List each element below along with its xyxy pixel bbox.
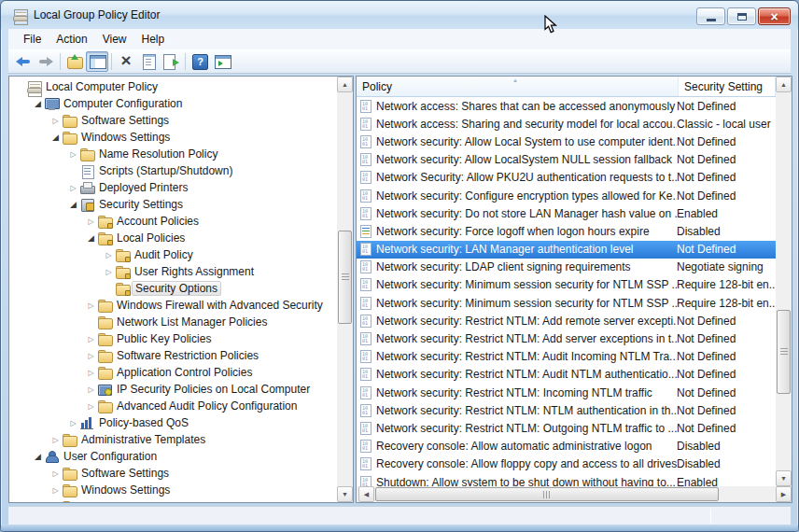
expanded-arrow-icon[interactable]: ◢ bbox=[31, 452, 45, 461]
scroll-down-button[interactable]: ▼ bbox=[337, 486, 353, 502]
close-button[interactable]: × bbox=[758, 7, 791, 25]
policy-row[interactable]: Network security: Restrict NTLM: Outgoin… bbox=[357, 419, 776, 437]
policy-row[interactable]: Shutdown: Allow system to be shut down w… bbox=[357, 473, 776, 486]
tree-item-audit-policy[interactable]: ▷Audit Policy bbox=[9, 246, 336, 263]
policy-row[interactable]: Network security: Minimum session securi… bbox=[357, 276, 776, 294]
policy-row[interactable]: Network access: Sharing and security mod… bbox=[357, 115, 776, 133]
tree-item-application-control-policies[interactable]: ▷Application Control Policies bbox=[9, 364, 336, 381]
tree-item-account-policies[interactable]: ▷Account Policies bbox=[9, 213, 336, 230]
collapsed-arrow-icon[interactable]: ▷ bbox=[102, 251, 116, 259]
collapsed-arrow-icon[interactable]: ▷ bbox=[84, 385, 98, 394]
show-console-tree-button[interactable] bbox=[86, 51, 108, 72]
scroll-right-button[interactable]: ▶ bbox=[776, 486, 792, 502]
collapsed-arrow-icon[interactable]: ▷ bbox=[84, 402, 98, 411]
menu-item-file[interactable]: File bbox=[16, 30, 49, 49]
expanded-arrow-icon[interactable]: ◢ bbox=[66, 200, 80, 209]
delete-button[interactable] bbox=[115, 51, 137, 72]
tree-item-security-settings[interactable]: ◢Security Settings bbox=[9, 196, 336, 213]
expanded-arrow-icon[interactable]: ◢ bbox=[31, 99, 45, 108]
policy-row[interactable]: Network Security: Allow PKU2U authentica… bbox=[357, 169, 776, 187]
collapsed-arrow-icon[interactable]: ▷ bbox=[84, 369, 98, 377]
scroll-up-button[interactable]: ▲ bbox=[337, 77, 353, 92]
collapsed-arrow-icon[interactable]: ▷ bbox=[84, 352, 98, 360]
tree-item-windows-settings[interactable]: ▷Windows Settings bbox=[9, 482, 336, 498]
tree-vertical-scrollbar[interactable]: ▲ ▼ bbox=[337, 77, 353, 502]
minimize-button[interactable] bbox=[696, 7, 725, 25]
policy-row[interactable]: Network security: LAN Manager authentica… bbox=[357, 241, 776, 259]
policy-row[interactable]: Network security: Allow LocalSystem NULL… bbox=[357, 151, 776, 169]
policy-row[interactable]: Network security: Configure encryption t… bbox=[357, 187, 776, 204]
expanded-arrow-icon[interactable]: ◢ bbox=[49, 133, 63, 142]
menu-item-help[interactable]: Help bbox=[134, 30, 173, 49]
policy-row[interactable]: Network security: Restrict NTLM: NTLM au… bbox=[357, 401, 776, 419]
tree-item-scripts-startup-shutdown[interactable]: Scripts (Startup/Shutdown) bbox=[9, 162, 336, 179]
policy-row[interactable]: Recovery console: Allow automatic admini… bbox=[357, 438, 776, 455]
policy-row[interactable]: Network security: Force logoff when logo… bbox=[357, 222, 776, 240]
up-one-level-button[interactable] bbox=[63, 51, 86, 72]
tree-item-software-restriction-policies[interactable]: ▷Software Restriction Policies bbox=[9, 347, 336, 364]
scroll-down-button[interactable]: ▼ bbox=[776, 470, 792, 486]
collapsed-arrow-icon[interactable]: ▷ bbox=[66, 184, 80, 192]
policy-row[interactable]: Network access: Shares that can be acces… bbox=[357, 97, 776, 115]
tree-item-software-settings[interactable]: ▷Software Settings bbox=[9, 112, 336, 129]
tree-item-windows-firewall-with-advanced-security[interactable]: ▷Windows Firewall with Advanced Security bbox=[9, 297, 336, 314]
tree-item[interactable] bbox=[9, 498, 336, 502]
tree-item-local-policies[interactable]: ◢Local Policies bbox=[9, 230, 336, 246]
forward-button[interactable] bbox=[35, 51, 57, 72]
column-header-security-setting[interactable]: Security Setting bbox=[679, 77, 776, 96]
properties-button[interactable] bbox=[137, 51, 160, 72]
tree-item-ip-security-policies-on-local-computer[interactable]: ▷IP Security Policies on Local Computer bbox=[9, 381, 336, 398]
tree-item-administrative-templates[interactable]: ▷Administrative Templates bbox=[9, 431, 336, 448]
policy-row[interactable]: Network security: Restrict NTLM: Add ser… bbox=[357, 329, 776, 347]
export-list-button[interactable] bbox=[160, 51, 182, 72]
show-action-pane-button[interactable] bbox=[211, 51, 233, 72]
list-scrollbar-thumb[interactable] bbox=[777, 310, 791, 394]
scroll-left-button[interactable]: ◀ bbox=[358, 486, 374, 502]
back-button[interactable] bbox=[12, 51, 35, 72]
tree-item-deployed-printers[interactable]: ▷Deployed Printers bbox=[9, 179, 336, 196]
menu-item-action[interactable]: Action bbox=[49, 30, 94, 49]
help-button[interactable] bbox=[189, 51, 211, 72]
tree-item-user-configuration[interactable]: ◢User Configuration bbox=[9, 448, 336, 465]
policy-row[interactable]: Network security: Restrict NTLM: Audit I… bbox=[357, 348, 776, 366]
policy-row[interactable]: Network security: Restrict NTLM: Add rem… bbox=[357, 312, 776, 329]
tree-item-public-key-policies[interactable]: ▷Public Key Policies bbox=[9, 330, 336, 347]
title-bar[interactable]: Local Group Policy Editor × bbox=[1, 1, 798, 29]
tree-item-policy-based-qos[interactable]: ▷Policy-based QoS bbox=[9, 414, 336, 431]
tree-item-user-rights-assignment[interactable]: ▷User Rights Assignment bbox=[9, 263, 336, 280]
tree-item-name-resolution-policy[interactable]: ▷Name Resolution Policy bbox=[9, 146, 336, 162]
list-hscrollbar-thumb[interactable] bbox=[375, 487, 719, 501]
policy-row[interactable]: Network security: Restrict NTLM: Audit N… bbox=[357, 366, 776, 384]
tree-item-network-list-manager-policies[interactable]: Network List Manager Policies bbox=[9, 314, 336, 330]
collapsed-arrow-icon[interactable]: ▷ bbox=[49, 436, 63, 444]
tree-item-security-options[interactable]: Security Options bbox=[9, 280, 336, 297]
tree-item-advanced-audit-policy-configuration[interactable]: ▷Advanced Audit Policy Configuration bbox=[9, 398, 336, 414]
tree-item-windows-settings[interactable]: ◢Windows Settings bbox=[9, 129, 336, 146]
policy-row[interactable]: Network security: Minimum session securi… bbox=[357, 294, 776, 312]
collapsed-arrow-icon[interactable]: ▷ bbox=[84, 217, 98, 226]
policy-row[interactable]: Network security: Restrict NTLM: Incomin… bbox=[357, 384, 776, 401]
maximize-button[interactable] bbox=[727, 7, 756, 25]
column-header-policy[interactable]: Policy▲ bbox=[357, 77, 679, 96]
tree-item-local-computer-policy[interactable]: Local Computer Policy bbox=[9, 78, 336, 95]
expanded-arrow-icon[interactable]: ◢ bbox=[84, 233, 98, 243]
list-vertical-scrollbar[interactable]: ▲ ▼ bbox=[776, 77, 792, 486]
collapsed-arrow-icon[interactable]: ▷ bbox=[66, 419, 80, 427]
tree-item-software-settings[interactable]: ▷Software Settings bbox=[9, 465, 336, 482]
tree-scrollbar-thumb[interactable] bbox=[338, 231, 352, 324]
policy-row[interactable]: Network security: LDAP client signing re… bbox=[357, 259, 776, 276]
collapsed-arrow-icon[interactable]: ▷ bbox=[66, 150, 80, 159]
collapsed-arrow-icon[interactable]: ▷ bbox=[84, 335, 98, 343]
tree-item-computer-configuration[interactable]: ◢Computer Configuration bbox=[9, 95, 336, 112]
policy-row[interactable]: Recovery console: Allow floppy copy and … bbox=[357, 455, 776, 473]
collapsed-arrow-icon[interactable]: ▷ bbox=[102, 268, 116, 276]
menu-item-view[interactable]: View bbox=[95, 30, 134, 49]
collapsed-arrow-icon[interactable]: ▷ bbox=[84, 301, 98, 310]
policy-row[interactable]: Network security: Do not store LAN Manag… bbox=[357, 204, 776, 222]
collapsed-arrow-icon[interactable]: ▷ bbox=[49, 469, 63, 478]
collapsed-arrow-icon[interactable]: ▷ bbox=[49, 117, 63, 125]
collapsed-arrow-icon[interactable]: ▷ bbox=[49, 486, 63, 495]
scroll-up-button[interactable]: ▲ bbox=[776, 77, 792, 92]
policy-row[interactable]: Network security: Allow Local System to … bbox=[357, 133, 776, 150]
list-horizontal-scrollbar[interactable]: ◀ ▶ bbox=[357, 486, 792, 502]
